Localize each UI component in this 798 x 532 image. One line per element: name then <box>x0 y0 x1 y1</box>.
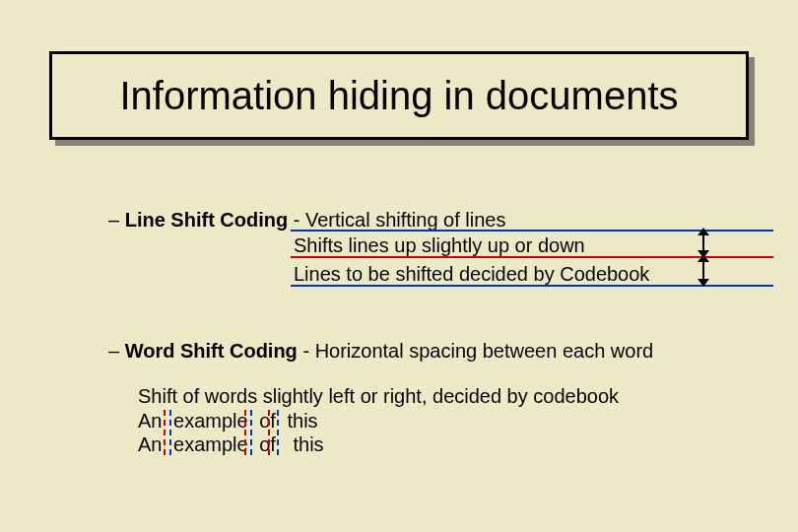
bullet2-desc: Horizontal spacing between each word <box>315 340 654 362</box>
example-row-2: An example of this <box>138 433 619 457</box>
ex2-w0: An <box>138 433 162 456</box>
bullet1-desc0: Vertical shifting of lines <box>305 209 505 231</box>
sep: - <box>288 209 305 231</box>
word-shift-examples: Shift of words slightly left or right, d… <box>138 385 619 457</box>
slide-body: – Line Shift Coding - Vertical shifting … <box>108 209 778 363</box>
sep: - <box>298 340 315 362</box>
ex1-w0: An <box>138 410 162 432</box>
bullet1-heading: – Line Shift Coding - Vertical shifting … <box>108 209 505 231</box>
ex1-w3: this <box>287 410 317 432</box>
ex1-w1: example <box>173 410 248 432</box>
bullet2-label: Word Shift Coding <box>125 340 298 362</box>
tick-blue-1 <box>169 410 171 455</box>
bullet-line-shift: – Line Shift Coding - Vertical shifting … <box>108 209 778 232</box>
slide: Information hiding in documents – Line S… <box>0 0 798 532</box>
bullet1-desc2: Lines to be shifted decided by Codebook <box>294 263 649 286</box>
dash: – <box>108 340 119 362</box>
bullet-word-shift: – Word Shift Coding - Horizontal spacing… <box>108 340 778 363</box>
slide-title: Information hiding in documents <box>120 74 679 118</box>
arrow-bottom <box>698 259 709 282</box>
ex2-w1: example <box>173 433 248 456</box>
bullet1-desc1: Shifts lines up slightly up or down <box>294 234 585 257</box>
tick-red-1 <box>164 410 166 455</box>
bullet2-heading: – Word Shift Coding - Horizontal spacing… <box>108 340 653 362</box>
tick-red-3 <box>268 410 270 455</box>
arrow-top <box>698 233 709 253</box>
title-box: Information hiding in documents <box>49 51 749 140</box>
word-shift-explain: Shift of words slightly left or right, d… <box>138 385 619 408</box>
ex2-w3: this <box>293 433 323 456</box>
tick-blue-3 <box>277 410 279 455</box>
bullet1-label: Line Shift Coding <box>125 209 289 231</box>
arrow-head-down-icon <box>698 279 709 287</box>
tick-blue-2 <box>250 410 252 455</box>
dash: – <box>108 209 119 231</box>
example-row-1: An example of this <box>138 410 619 433</box>
tick-red-2 <box>244 410 246 455</box>
